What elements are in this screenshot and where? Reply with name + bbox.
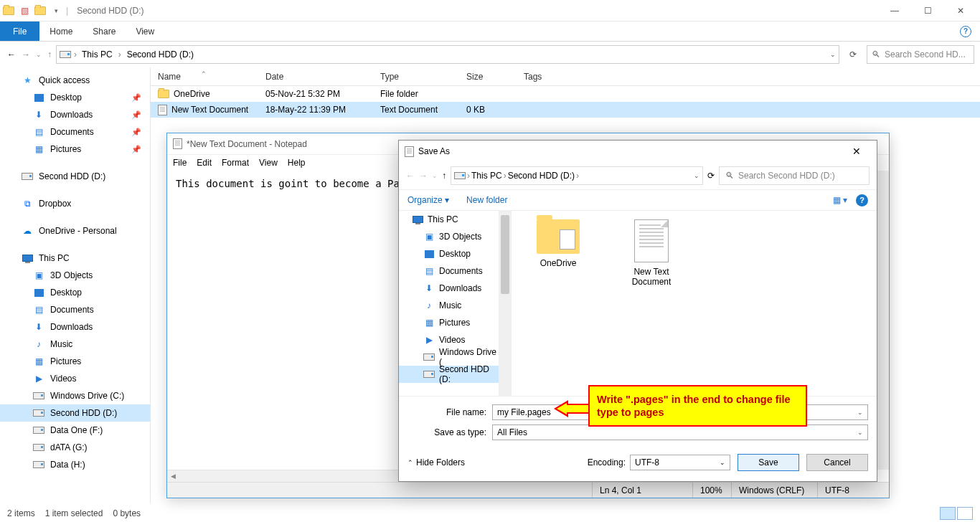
app-icon	[3, 4, 14, 18]
back-button[interactable]: ←	[7, 49, 16, 60]
nav-pc-videos[interactable]: ▶Videos	[0, 370, 150, 387]
savetype-select[interactable]: All Files⌄	[492, 424, 868, 440]
nav-second-hdd[interactable]: Second HDD (D:)	[0, 168, 150, 185]
save-button[interactable]: Save	[738, 454, 799, 471]
status-pos: Ln 4, Col 1	[592, 483, 692, 498]
col-size[interactable]: Size	[466, 72, 524, 82]
col-tags[interactable]: Tags	[524, 72, 581, 82]
item-newtext[interactable]: New Text Document	[619, 219, 684, 287]
tree-item[interactable]: ▦Pictures	[399, 314, 499, 331]
nav-drive-d[interactable]: Second HDD (D:)	[0, 404, 150, 422]
menu-format[interactable]: Format	[222, 158, 249, 168]
view-details-button[interactable]	[940, 507, 956, 520]
minimize-button[interactable]: —	[878, 1, 911, 21]
nav-pc-downloads[interactable]: ⬇Downloads	[0, 318, 150, 336]
sa-address-bar[interactable]: › This PC › Second HDD (D:) › ⌄	[451, 166, 703, 185]
document-icon	[634, 219, 669, 262]
nav-pane: ★Quick access Desktop📌 ⬇Downloads📌 ▤Docu…	[0, 67, 151, 503]
nav-documents[interactable]: ▤Documents📌	[0, 123, 150, 141]
saveas-titlebar[interactable]: Save As ✕	[399, 141, 877, 162]
sa-forward[interactable]: →	[419, 171, 428, 181]
document-icon	[158, 105, 167, 115]
menu-help[interactable]: Help	[288, 158, 306, 168]
nav-row: ← → ⌄ ↑ › This PC › Second HDD (D:) ⌄ ⟳ …	[0, 42, 980, 67]
ribbon-view[interactable]: View	[126, 22, 164, 41]
view-options[interactable]: ▦ ▾	[833, 195, 847, 205]
sa-search-box[interactable]: 🔍︎ Search Second HDD (D:)	[719, 166, 870, 185]
menu-file[interactable]: File	[173, 158, 187, 168]
up-button[interactable]: ↑	[47, 49, 52, 60]
tree-item[interactable]: Windows Drive (	[399, 348, 499, 366]
tree-item[interactable]: ⬇Downloads	[399, 280, 499, 297]
refresh-button[interactable]: ⟳	[844, 45, 862, 64]
recent-dropdown[interactable]: ⌄	[36, 51, 42, 58]
address-bar[interactable]: › This PC › Second HDD (D:) ⌄	[56, 45, 839, 64]
sa-tree-scrollbar[interactable]	[499, 211, 512, 396]
nav-pc-music[interactable]: ♪Music	[0, 336, 150, 353]
tree-thispc[interactable]: This PC	[399, 211, 499, 228]
nav-3d-objects[interactable]: ▣3D Objects	[0, 267, 150, 284]
nav-dropbox[interactable]: ⧉Dropbox	[0, 195, 150, 212]
nav-onedrive[interactable]: ☁OneDrive - Personal	[0, 222, 150, 239]
cancel-button[interactable]: Cancel	[806, 454, 868, 471]
nav-drive-f[interactable]: Data One (F:)	[0, 422, 150, 439]
callout-arrow	[554, 400, 590, 417]
nav-desktop[interactable]: Desktop📌	[0, 89, 150, 106]
tree-item[interactable]: ▤Documents	[399, 262, 499, 280]
dialog-icon	[405, 146, 414, 157]
newfolder-button[interactable]: New folder	[466, 195, 507, 205]
list-row-onedrive[interactable]: OneDrive 05-Nov-21 5:32 PM File folder	[151, 86, 980, 102]
search-box[interactable]: 🔍︎ Search Second HD...	[867, 45, 974, 64]
col-name[interactable]: Name⌃	[158, 72, 265, 82]
ribbon-home[interactable]: Home	[39, 22, 83, 41]
encoding-label: Encoding:	[588, 457, 626, 468]
item-onedrive[interactable]: OneDrive	[526, 219, 590, 268]
ribbon-share[interactable]: Share	[83, 22, 126, 41]
nav-downloads[interactable]: ⬇Downloads📌	[0, 106, 150, 123]
sa-back[interactable]: ←	[406, 171, 415, 181]
sa-refresh[interactable]: ⟳	[707, 171, 715, 181]
menu-view[interactable]: View	[259, 158, 278, 168]
dialog-close-button[interactable]: ✕	[842, 146, 871, 157]
col-type[interactable]: Type	[380, 72, 466, 82]
sa-items-pane[interactable]: OneDrive New Text Document	[512, 211, 877, 396]
nav-pc-documents[interactable]: ▤Documents	[0, 301, 150, 318]
col-date[interactable]: Date	[265, 72, 380, 82]
nav-this-pc[interactable]: This PC	[0, 250, 150, 267]
tree-item[interactable]: ♪Music	[399, 297, 499, 314]
window-title: Second HDD (D:)	[77, 6, 143, 16]
tree-item[interactable]: Desktop	[399, 245, 499, 262]
forward-button[interactable]: →	[22, 49, 30, 60]
menu-edit[interactable]: Edit	[197, 158, 212, 168]
close-button[interactable]: ✕	[944, 1, 977, 21]
nav-drive-c[interactable]: Windows Drive (C:)	[0, 387, 150, 404]
sa-up[interactable]: ↑	[442, 171, 446, 181]
search-placeholder: Search Second HD...	[885, 49, 966, 60]
nav-pc-pictures[interactable]: ▦Pictures	[0, 353, 150, 370]
list-row-newtext[interactable]: New Text Document 18-May-22 11:39 PM Tex…	[151, 102, 980, 118]
view-large-button[interactable]	[957, 507, 973, 520]
hide-folders-button[interactable]: ⌃Hide Folders	[407, 457, 465, 468]
ribbon-help[interactable]: ?	[951, 22, 980, 41]
organize-button[interactable]: Organize ▾	[407, 195, 449, 205]
nav-drive-h[interactable]: Data (H:)	[0, 456, 150, 473]
tree-item-selected[interactable]: Second HDD (D:	[399, 366, 499, 383]
crumb-thispc[interactable]: This PC	[80, 49, 115, 60]
qat-dropdown-icon[interactable]: ▾	[50, 4, 62, 18]
sa-help-icon[interactable]: ?	[856, 194, 868, 207]
search-icon: 🔍︎	[725, 171, 734, 181]
nav-pictures[interactable]: ▦Pictures📌	[0, 141, 150, 158]
tree-item[interactable]: ▶Videos	[399, 331, 499, 348]
address-dropdown-icon[interactable]: ⌄	[830, 51, 836, 58]
encoding-select[interactable]: UTF-8⌄	[630, 455, 730, 470]
maximize-button[interactable]: ☐	[911, 1, 944, 21]
nav-quick-access[interactable]: ★Quick access	[0, 72, 150, 89]
nav-drive-g[interactable]: dATA (G:)	[0, 439, 150, 456]
qat-properties-icon[interactable]: ▧	[19, 4, 30, 18]
qat-folder-icon[interactable]	[34, 4, 46, 18]
nav-pc-desktop[interactable]: Desktop	[0, 284, 150, 301]
scrollbar-v[interactable]	[877, 171, 889, 470]
tree-item[interactable]: ▣3D Objects	[399, 228, 499, 245]
ribbon-file[interactable]: File	[0, 22, 39, 41]
crumb-secondhdd[interactable]: Second HDD (D:)	[125, 49, 196, 60]
